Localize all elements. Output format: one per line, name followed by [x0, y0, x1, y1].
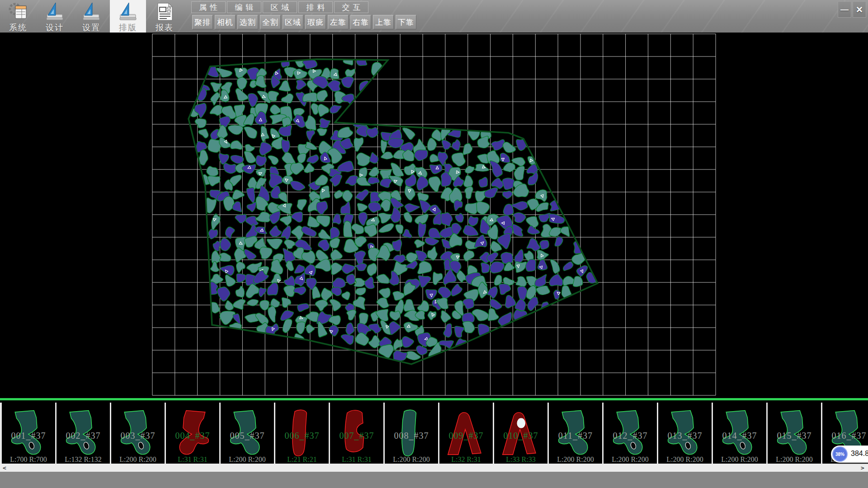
- layout-icon: [118, 2, 138, 22]
- tool-button-区域[interactable]: 区域: [283, 15, 303, 29]
- part-thumbnail-008_#37[interactable]: 008_#37L:200 R:200: [385, 403, 439, 466]
- tool-button-row: 聚排相机选割全割区域瑕疵左靠右靠上靠下靠: [192, 15, 416, 28]
- part-thumbnail-013_#37[interactable]: 013_#37L:200 R:200: [658, 403, 713, 466]
- part-thumbnail-012_#37[interactable]: 012_#37L:200 R:200: [604, 403, 658, 466]
- mode-button-label: 排版: [110, 22, 146, 33]
- toolbar: 系统设计设置排版报表 属性编辑区域排料交互 聚排相机选割全割区域瑕疵左靠右靠上靠…: [0, 0, 868, 33]
- menu-tab-交互[interactable]: 交互: [334, 1, 368, 13]
- memory-value: 384.8M: [851, 450, 868, 458]
- scroll-right-arrow[interactable]: >: [859, 464, 866, 472]
- part-lr-count: L:200 R:200: [221, 455, 274, 464]
- part-name: 013_#37: [658, 431, 712, 441]
- mode-button-报表[interactable]: 报表: [146, 0, 183, 33]
- menu-tab-区域[interactable]: 区域: [263, 1, 297, 13]
- horizontal-scrollbar[interactable]: < >: [0, 464, 868, 472]
- mode-button-设置[interactable]: 设置: [73, 0, 109, 33]
- mode-button-label: 报表: [146, 22, 183, 33]
- settings-icon: [81, 2, 102, 22]
- part-lr-count: L:700 R:700: [2, 455, 55, 464]
- tool-button-瑕疵[interactable]: 瑕疵: [305, 15, 326, 29]
- minimize-button[interactable]: —: [838, 1, 851, 18]
- system-icon: [8, 2, 28, 22]
- part-thumbnail-002_#37[interactable]: 002_#37L:132 R:132: [57, 403, 111, 466]
- menu-tab-属性[interactable]: 属性: [191, 1, 226, 13]
- part-name: 010_#37: [494, 431, 547, 441]
- part-name: 005_#37: [221, 431, 274, 441]
- part-lr-count: L:31 R:31: [330, 455, 383, 464]
- parts-cells: 001_#37L:700 R:700002_#37L:132 R:132003_…: [0, 403, 868, 466]
- tool-button-相机[interactable]: 相机: [215, 15, 236, 29]
- menu-tab-排料[interactable]: 排料: [298, 1, 333, 13]
- part-name: 001_#37: [2, 431, 55, 441]
- part-lr-count: L:200 R:200: [111, 455, 165, 464]
- bottom-bar: [0, 472, 868, 488]
- mode-button-排版[interactable]: 排版: [110, 0, 146, 33]
- part-thumbnail-007_#37[interactable]: 007_#37L:31 R:31: [330, 403, 385, 466]
- report-icon: [154, 2, 175, 22]
- part-name: 016_#37: [822, 431, 868, 441]
- part-lr-count: L:200 R:200: [768, 455, 821, 464]
- part-lr-count: L:200 R:200: [658, 455, 712, 464]
- progress-circle: 38%: [832, 446, 848, 462]
- part-thumbnail-003_#37[interactable]: 003_#37L:200 R:200: [111, 403, 166, 466]
- mode-button-系统[interactable]: 系统: [0, 0, 36, 33]
- tool-button-选割[interactable]: 选割: [237, 15, 258, 29]
- part-name: 009_#37: [439, 431, 493, 441]
- part-thumbnail-009_#37[interactable]: 009_#37L:32 R:31: [439, 403, 494, 466]
- tool-button-聚排[interactable]: 聚排: [192, 15, 213, 29]
- window-controls: — ✕: [838, 1, 866, 18]
- part-thumbnail-001_#37[interactable]: 001_#37L:700 R:700: [2, 403, 57, 466]
- menu-tab-编辑[interactable]: 编辑: [227, 1, 261, 13]
- menu-tab-bar: 属性编辑区域排料交互: [191, 1, 368, 13]
- part-lr-count: L:32 R:31: [439, 455, 493, 464]
- part-name: 008_#37: [385, 431, 438, 441]
- parts-thumbnail-strip: 001_#37L:700 R:700002_#37L:132 R:132003_…: [0, 398, 868, 464]
- tool-button-右靠[interactable]: 右靠: [350, 15, 371, 29]
- mode-button-label: 系统: [0, 22, 36, 33]
- part-name: 007_#37: [330, 431, 383, 441]
- app-window: 系统设计设置排版报表 属性编辑区域排料交互 聚排相机选割全割区域瑕疵左靠右靠上靠…: [0, 0, 868, 488]
- tool-button-左靠[interactable]: 左靠: [328, 15, 349, 29]
- part-thumbnail-006_#37[interactable]: 006_#37L:21 R:21: [275, 403, 330, 466]
- part-thumbnail-005_#37[interactable]: 005_#37L:200 R:200: [221, 403, 275, 466]
- part-lr-count: L:31 R:31: [166, 455, 219, 464]
- part-thumbnail-010_#37[interactable]: 010_#37L:33 R:33: [494, 403, 549, 466]
- part-name: 015_#37: [768, 431, 821, 441]
- part-lr-count: L:200 R:200: [549, 455, 602, 464]
- part-lr-count: L:33 R:33: [494, 455, 547, 464]
- part-name: 006_#37: [275, 431, 329, 441]
- part-lr-count: L:21 R:21: [275, 455, 329, 464]
- design-icon: [44, 2, 65, 22]
- nesting-svg[interactable]: [0, 33, 868, 398]
- mode-button-label: 设置: [73, 22, 109, 33]
- part-lr-count: L:200 R:200: [604, 455, 657, 464]
- part-thumbnail-014_#37[interactable]: 014_#37L:200 R:200: [713, 403, 768, 466]
- part-name: 012_#37: [604, 431, 657, 441]
- part-name: 002_#37: [57, 431, 110, 441]
- scroll-left-arrow[interactable]: <: [1, 464, 8, 472]
- mode-button-设计[interactable]: 设计: [37, 0, 73, 33]
- mode-button-label: 设计: [37, 22, 73, 33]
- tool-button-上靠[interactable]: 上靠: [373, 15, 394, 29]
- status-badge: 38% 384.8M: [831, 446, 868, 463]
- part-thumbnail-015_#37[interactable]: 015_#37L:200 R:200: [768, 403, 822, 466]
- part-name: 011_#37: [549, 431, 602, 441]
- part-name: 003_#37: [111, 431, 165, 441]
- nesting-canvas[interactable]: [0, 33, 868, 398]
- tool-button-全割[interactable]: 全割: [260, 15, 281, 29]
- part-lr-count: L:200 R:200: [713, 455, 766, 464]
- part-thumbnail-011_#37[interactable]: 011_#37L:200 R:200: [549, 403, 604, 466]
- part-name: 014_#37: [713, 431, 766, 441]
- part-thumbnail-004_#37[interactable]: 004_#37L:31 R:31: [166, 403, 221, 466]
- part-lr-count: L:132 R:132: [57, 455, 110, 464]
- part-lr-count: L:200 R:200: [385, 455, 438, 464]
- tool-button-下靠[interactable]: 下靠: [396, 15, 416, 29]
- part-name: 004_#37: [166, 431, 219, 441]
- close-button[interactable]: ✕: [853, 1, 866, 18]
- nested-pieces: [189, 51, 599, 362]
